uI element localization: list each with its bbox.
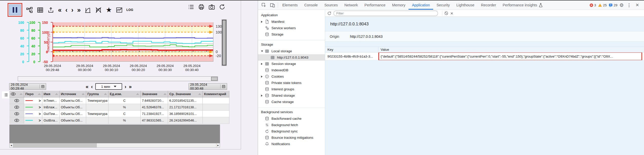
step-forward-button[interactable]: › xyxy=(71,7,73,13)
chevron-right-icon[interactable] xyxy=(261,63,265,65)
sidebar-item-background-fetch[interactable]: Background fetch xyxy=(258,122,325,128)
header-value[interactable]: Значение xyxy=(141,91,168,97)
settings-button[interactable]: ⚙ xyxy=(619,3,624,8)
tab-lighthouse[interactable]: Lighthouse xyxy=(453,1,478,10)
chart-vertical-scrollbar[interactable] xyxy=(222,19,227,66)
tab-security[interactable]: Security xyxy=(433,1,453,10)
visibility-toggle[interactable] xyxy=(9,117,24,124)
sort-arrow-icon[interactable] xyxy=(104,93,107,95)
interval-dropdown[interactable]: 1 мин xyxy=(95,83,122,90)
vscroll-thumb[interactable] xyxy=(222,20,226,65)
sort-arrow-icon[interactable] xyxy=(55,93,58,95)
jump-forward-button[interactable]: › xyxy=(125,84,126,89)
header-source[interactable]: Источник xyxy=(60,91,86,97)
sidebar-item-private-state-tokens[interactable]: Private state tokens xyxy=(258,80,325,86)
sidebar-item-session-storage[interactable]: Session storage xyxy=(258,61,325,67)
sidebar-item-bounce-tracking-mitigations[interactable]: Bounce tracking mitigations xyxy=(258,134,325,141)
header-eye[interactable] xyxy=(9,91,24,97)
sidebar-item-storage[interactable]: Storage xyxy=(258,31,325,38)
expand-row-chevron[interactable]: > xyxy=(39,112,41,116)
end-datetime-field[interactable]: 29.05.2024 00:30:48 xyxy=(189,83,227,90)
favorites-star-button[interactable]: ★ xyxy=(106,7,112,13)
fast-backward-button[interactable]: « xyxy=(58,7,62,13)
step-backward-button[interactable]: ‹ xyxy=(65,7,67,13)
chart-cursor-off-button[interactable] xyxy=(95,7,102,13)
tab-sources[interactable]: Sources xyxy=(321,1,341,10)
sidebar-item-shared-storage[interactable]: Shared storage xyxy=(258,92,325,99)
jump-far-back-button[interactable]: « xyxy=(86,84,88,89)
value-column-header[interactable]: Value xyxy=(378,47,644,52)
trend-settings-button[interactable] xyxy=(116,7,123,13)
table-row[interactable]: >InВлаж...Объекты.Об...%41.52646378...21… xyxy=(9,104,229,111)
warnings-badge[interactable]: 25 xyxy=(598,3,607,7)
pause-button[interactable] xyxy=(9,5,21,15)
filter-input[interactable] xyxy=(334,11,438,16)
sort-arrow-icon[interactable] xyxy=(136,93,139,95)
chart-cursor-button[interactable] xyxy=(84,7,91,13)
export-button[interactable] xyxy=(47,7,54,13)
sidebar-item-background-sync[interactable]: Background sync xyxy=(258,128,325,134)
expand-row-chevron[interactable]: > xyxy=(39,118,41,123)
device-toolbar-button[interactable] xyxy=(270,3,275,8)
sidebar-item-http-127-0-0-1-8043[interactable]: http://127.0.0.1:8043 xyxy=(258,54,325,61)
issues-badge[interactable]: 29 xyxy=(609,3,617,7)
tab-console[interactable]: Console xyxy=(301,1,321,10)
storage-value-cell[interactable]: {"default":{"58514/58244/58252/58118":{"… xyxy=(378,53,644,60)
sidebar-item-cache-storage[interactable]: Cache storage xyxy=(258,99,325,105)
sidebar-item-service-workers[interactable]: Service workers xyxy=(258,25,325,31)
chevron-right-icon[interactable] xyxy=(261,76,265,78)
refresh-icon[interactable] xyxy=(327,11,332,15)
chevron-down-icon[interactable] xyxy=(261,50,265,52)
jump-far-forward-button[interactable]: » xyxy=(129,84,132,89)
sort-arrow-icon[interactable] xyxy=(163,93,167,95)
visibility-toggle[interactable] xyxy=(9,111,24,117)
chevron-right-icon[interactable] xyxy=(261,95,265,97)
plot-area[interactable] xyxy=(52,22,213,62)
tab-application[interactable]: Application xyxy=(409,1,433,10)
table-row[interactable]: >OutТем...Объекты.Об...ТемператураC71.23… xyxy=(9,111,229,117)
sidebar-item-local-storage[interactable]: Local storage xyxy=(258,48,325,54)
storage-key-cell[interactable]: 90233155-4b9b-4fc9-b1a3-3... xyxy=(325,53,378,60)
snapshot-button[interactable] xyxy=(208,4,215,10)
calendar-icon[interactable] xyxy=(222,84,226,89)
header-group[interactable]: Группа xyxy=(86,91,108,97)
sidebar-item-notifications[interactable]: Notifications xyxy=(258,141,325,147)
table-horizontal-scrollbar[interactable]: ◄ ► xyxy=(9,143,220,148)
table-hscroll-thumb[interactable] xyxy=(13,143,97,147)
sort-arrow-icon[interactable] xyxy=(82,93,85,95)
fast-forward-button[interactable]: » xyxy=(77,7,81,13)
print-button[interactable] xyxy=(198,4,205,10)
visibility-toggle[interactable] xyxy=(9,104,24,111)
sidebar-item-indexeddb[interactable]: IndexedDB xyxy=(258,67,325,73)
scroll-left-arrow[interactable]: ◄ xyxy=(10,143,13,147)
calendar-icon[interactable] xyxy=(41,84,45,89)
expand-row-chevron[interactable]: > xyxy=(39,105,41,109)
auto-update-button[interactable] xyxy=(219,4,226,10)
header-comment[interactable]: Комментарий xyxy=(203,91,229,97)
sidebar-item-back-forward-cache[interactable]: Back/forward cache xyxy=(258,115,325,122)
table-row[interactable]: >InТемп...Объекты.Об...Температура*C7.64… xyxy=(9,97,229,104)
sort-arrow-icon[interactable] xyxy=(38,93,41,95)
table-menu-button[interactable] xyxy=(2,91,10,98)
errors-badge[interactable]: 3 xyxy=(590,3,596,7)
sidebar-item-manifest[interactable]: Manifest xyxy=(258,19,325,25)
table-row[interactable]: >OutВла...Объекты.Об...%47.98331565...26… xyxy=(9,117,229,124)
start-datetime-field[interactable]: 29.05.2024 00:29:48 xyxy=(9,83,46,90)
header-name[interactable]: Имя xyxy=(42,91,60,97)
header-pen[interactable]: Перо xyxy=(24,91,42,97)
sort-arrow-icon[interactable] xyxy=(20,93,23,95)
sort-arrow-icon[interactable] xyxy=(198,93,201,95)
visibility-toggle[interactable] xyxy=(9,97,24,104)
tree-view-button[interactable] xyxy=(26,7,33,13)
hscroll-thumb[interactable] xyxy=(211,77,217,81)
close-devtools-button[interactable]: × xyxy=(634,2,640,8)
tab-recorder[interactable]: Recorder xyxy=(478,1,500,10)
key-column-header[interactable]: Key xyxy=(325,47,378,52)
sidebar-item-cookies[interactable]: Cookies xyxy=(258,73,325,80)
header-avg[interactable]: Ср. Значение xyxy=(168,91,203,97)
tab-network[interactable]: Network xyxy=(341,1,361,10)
scroll-right-arrow[interactable]: ► xyxy=(216,143,220,147)
tab-performance-insights[interactable]: Performance insights xyxy=(499,1,546,10)
jump-back-button[interactable]: ‹ xyxy=(91,84,93,89)
tab-elements[interactable]: Elements xyxy=(279,1,301,10)
